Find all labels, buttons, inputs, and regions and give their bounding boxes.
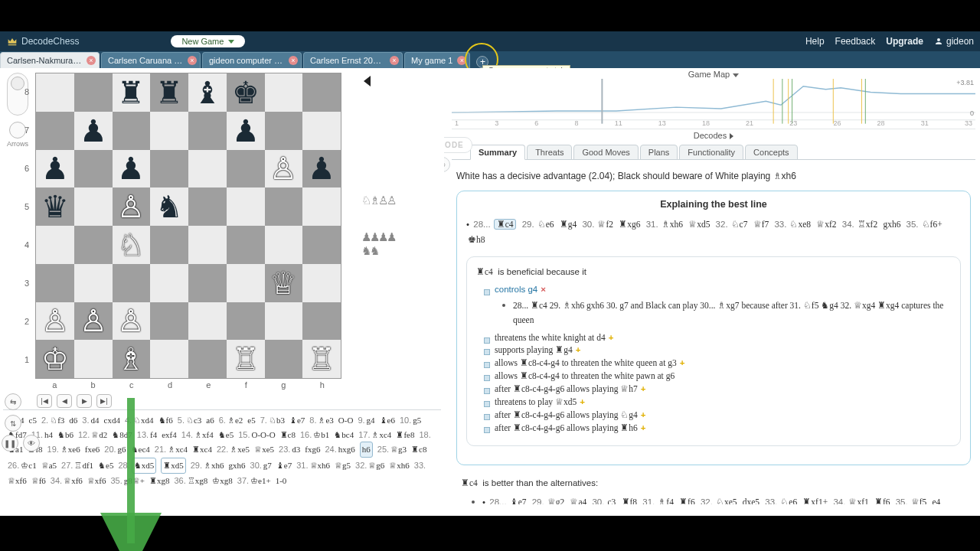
decodes-label[interactable]: Decodes xyxy=(452,131,975,140)
explain-bullet[interactable]: controls g4×28... ♜c4 29. ♗xh6 gxh6 30. … xyxy=(484,285,951,328)
square-d2[interactable] xyxy=(150,302,188,341)
pause-icon[interactable]: ❚❚ xyxy=(2,435,18,452)
square-e7[interactable] xyxy=(188,112,227,150)
square-g1[interactable] xyxy=(265,340,303,378)
nav-user[interactable]: gideon xyxy=(934,36,974,47)
explain-bullet[interactable]: allows ♜c8-c4-g4 to threaten the white q… xyxy=(484,357,951,368)
explain-bullet[interactable]: threatens the white knight at d4+ xyxy=(484,333,951,342)
square-g7[interactable] xyxy=(265,112,303,150)
chess-board[interactable]: ♜♜♝♚♟♟♟♟♙♟♛♙♞♘♕♙♙♙♔♗♖♖ xyxy=(35,73,341,379)
square-e3[interactable] xyxy=(188,264,227,302)
square-b6[interactable] xyxy=(74,150,113,188)
square-d6[interactable] xyxy=(150,150,188,188)
square-e1[interactable] xyxy=(188,340,227,378)
nav-button[interactable]: ▶| xyxy=(96,394,112,408)
analysis-tab[interactable]: Summary xyxy=(470,145,525,160)
square-h7[interactable] xyxy=(302,112,341,150)
square-h2[interactable] xyxy=(302,302,341,341)
square-h3[interactable] xyxy=(302,264,341,302)
square-a1[interactable]: ♔ xyxy=(36,340,74,378)
brand-logo[interactable]: DecodeChess xyxy=(6,35,79,47)
square-b1[interactable] xyxy=(74,340,113,378)
analysis-tab[interactable]: Good Moves xyxy=(573,145,638,160)
square-a2[interactable]: ♙ xyxy=(36,302,74,341)
square-d8[interactable]: ♜ xyxy=(150,73,188,112)
square-e4[interactable] xyxy=(188,226,227,264)
square-f5[interactable] xyxy=(227,187,265,226)
nav-button[interactable]: ◀ xyxy=(57,394,72,408)
square-g5[interactable] xyxy=(265,187,303,226)
square-a7[interactable] xyxy=(36,112,74,150)
nav-help[interactable]: Help xyxy=(805,36,825,47)
analysis-tab[interactable]: Threats xyxy=(527,145,572,160)
explain-bullet[interactable]: after ♜c8-c4-g4-g6 allows playing ♘g4+ xyxy=(484,409,951,420)
explain-bullet[interactable]: supports playing ♜g4+ xyxy=(484,344,951,355)
square-c3[interactable] xyxy=(113,264,151,302)
square-f3[interactable] xyxy=(227,264,265,302)
square-e8[interactable]: ♝ xyxy=(188,73,227,112)
explain-bullet[interactable]: threatens to play ♕xd5+ xyxy=(484,396,951,407)
game-tab[interactable]: Carlsen Caruana 2018...× xyxy=(101,52,201,68)
square-f8[interactable]: ♚ xyxy=(227,73,265,112)
square-c8[interactable]: ♜ xyxy=(113,73,151,112)
game-map-title[interactable]: Game Map xyxy=(452,70,975,79)
square-a6[interactable]: ♟ xyxy=(36,150,74,188)
square-h8[interactable] xyxy=(302,73,341,112)
analysis-tab[interactable]: Plans xyxy=(640,145,678,160)
analysis-tab[interactable]: Functionality xyxy=(679,145,743,160)
game-tab[interactable]: gideon computer 2018...× xyxy=(202,52,302,68)
square-h6[interactable]: ♟ xyxy=(302,150,341,188)
square-g4[interactable] xyxy=(265,226,303,264)
square-e6[interactable] xyxy=(188,150,227,188)
game-map[interactable]: +3.810 1368111318212326283133 xyxy=(452,79,975,129)
game-tab[interactable]: Carlsen-Nakmura 201...× xyxy=(0,52,100,68)
square-f7[interactable]: ♟ xyxy=(227,112,265,150)
nav-feedback[interactable]: Feedback xyxy=(835,36,876,47)
square-f6[interactable] xyxy=(227,150,265,188)
square-d1[interactable] xyxy=(150,340,188,378)
flip-icon[interactable]: ⇅ xyxy=(5,415,21,432)
square-h4[interactable] xyxy=(302,226,341,264)
square-b5[interactable] xyxy=(74,187,113,226)
square-f2[interactable] xyxy=(227,302,265,341)
square-d5[interactable]: ♞ xyxy=(150,187,188,226)
square-d3[interactable] xyxy=(150,264,188,302)
square-d4[interactable] xyxy=(150,226,188,264)
square-c1[interactable]: ♗ xyxy=(113,340,151,378)
swap-icon[interactable]: ⇆ xyxy=(5,393,21,410)
nav-upgrade[interactable]: Upgrade xyxy=(886,36,923,47)
explain-bullet[interactable]: after ♜c8-c4-g4-g6 allows playing ♜h6+ xyxy=(484,422,951,433)
explain-bullet[interactable]: after ♜c8-c4-g4-g6 allows playing ♕h7+ xyxy=(484,383,951,394)
square-c2[interactable]: ♙ xyxy=(113,302,151,341)
square-h5[interactable] xyxy=(302,187,341,226)
square-a8[interactable] xyxy=(36,73,74,112)
square-b7[interactable]: ♟ xyxy=(74,112,113,150)
square-a3[interactable] xyxy=(36,264,74,302)
analysis-tab[interactable]: Concepts xyxy=(745,145,797,160)
no-arrows-toggle[interactable] xyxy=(9,122,26,139)
nav-button[interactable]: ▶ xyxy=(77,394,92,408)
decode-badge[interactable]: DECODE xyxy=(444,137,472,153)
square-d7[interactable] xyxy=(150,112,188,150)
square-g8[interactable] xyxy=(265,73,303,112)
square-b2[interactable]: ♙ xyxy=(74,302,113,341)
square-h1[interactable]: ♖ xyxy=(302,340,341,378)
square-b3[interactable] xyxy=(74,264,113,302)
game-tab[interactable]: My game 1× xyxy=(404,52,470,68)
square-a5[interactable]: ♛ xyxy=(36,187,74,226)
square-g2[interactable] xyxy=(265,302,303,341)
square-g6[interactable]: ♙ xyxy=(265,150,303,188)
close-icon[interactable]: × xyxy=(87,56,96,65)
nav-button[interactable]: |◀ xyxy=(37,394,52,408)
square-g3[interactable]: ♕ xyxy=(265,264,303,302)
square-c6[interactable]: ♟ xyxy=(113,150,151,188)
square-f1[interactable]: ♖ xyxy=(227,340,265,378)
move-list[interactable]: 1.e4c52.♘f3d63.d4cxd44.♘xd4♞f65.♘c3a66.♗… xyxy=(3,409,441,516)
square-f4[interactable] xyxy=(227,226,265,264)
close-icon[interactable]: × xyxy=(188,56,197,65)
eye-icon[interactable]: 👁 xyxy=(23,435,40,452)
explain-bullet[interactable]: allows ♜c8-c4-g4 to threaten the white p… xyxy=(484,370,951,381)
square-e5[interactable] xyxy=(188,187,227,226)
square-a4[interactable] xyxy=(36,226,74,264)
square-c7[interactable] xyxy=(113,112,151,150)
